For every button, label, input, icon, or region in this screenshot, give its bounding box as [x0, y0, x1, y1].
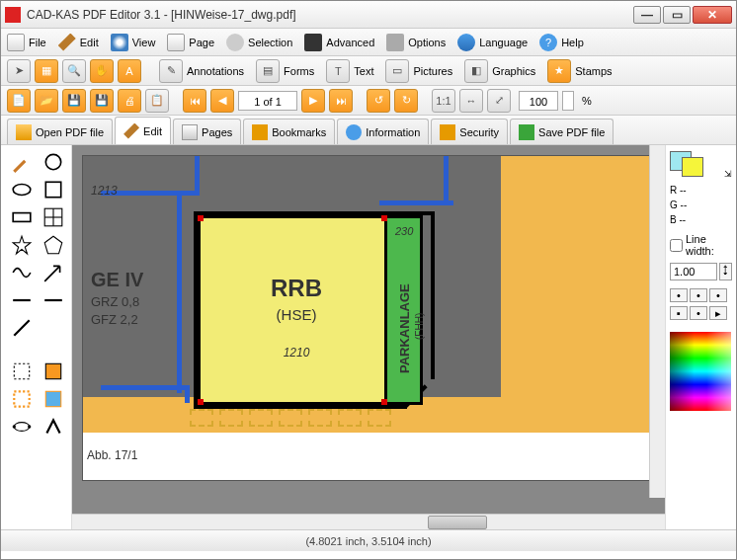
caret-tool[interactable] [42, 416, 64, 438]
color-swatches[interactable]: ⇲ [670, 151, 732, 177]
selection-handle-bl[interactable] [198, 399, 204, 405]
grid-tool[interactable] [42, 206, 64, 228]
linewidth-stepper[interactable]: ⭥ [719, 263, 732, 280]
prev-page-button[interactable]: ◀ [210, 89, 234, 113]
menu-options[interactable]: Options [386, 34, 446, 51]
menu-view[interactable]: View [111, 34, 156, 51]
cap-style-3[interactable]: • [709, 288, 727, 302]
square-tool[interactable] [42, 179, 64, 200]
dashed-boxes [190, 409, 391, 427]
menu-page[interactable]: Page [167, 34, 214, 51]
cap-style-1[interactable]: • [670, 288, 688, 302]
swatch-background[interactable] [682, 157, 703, 177]
linewidth-input[interactable] [670, 263, 717, 280]
close-button[interactable]: ✕ [693, 6, 732, 24]
menu-advanced[interactable]: Advanced [304, 34, 374, 51]
rotate-left-button[interactable]: ↺ [367, 89, 390, 113]
fit-width-button[interactable]: ↔ [459, 89, 483, 113]
text-tool-button[interactable]: A [118, 59, 141, 83]
tab-edit[interactable]: Edit [115, 117, 171, 144]
stamps-tool[interactable]: ★Stamps [543, 59, 615, 83]
forms-tool[interactable]: ▤Forms [252, 59, 318, 83]
document-canvas[interactable]: 1213 GE IV GRZ 0,8 GFZ 2,2 RRB (HSE) 121… [82, 155, 655, 481]
selection-handle-tr[interactable] [381, 215, 387, 221]
graphics-tool[interactable]: ◧Graphics [460, 59, 539, 83]
menu-language[interactable]: Language [457, 34, 528, 51]
text-mode-tool[interactable]: TText [322, 59, 377, 83]
hline2-tool[interactable] [42, 289, 64, 311]
black-frame-right [431, 211, 435, 379]
zoom-tool-button[interactable]: 🔍 [62, 59, 86, 83]
ellipse-tool[interactable] [11, 179, 33, 200]
maximize-button[interactable]: ▭ [663, 6, 691, 24]
first-page-button[interactable]: ⏮ [183, 89, 206, 113]
join-style-2[interactable]: • [690, 306, 707, 320]
select-rect-tool[interactable] [11, 360, 33, 382]
tab-save-pdf[interactable]: Save PDF file [510, 119, 614, 144]
hand-tool-button[interactable]: ✋ [90, 59, 114, 83]
line-tool[interactable] [11, 317, 33, 339]
label-park: PARKANLAGE [397, 283, 412, 373]
selection-icon [226, 34, 244, 51]
annotations-icon: ✎ [159, 59, 183, 83]
open-button[interactable]: 📂 [35, 89, 58, 113]
brush-tool[interactable] [11, 151, 33, 173]
polygon-tool[interactable] [42, 234, 64, 256]
scrollbar-thumb[interactable] [428, 516, 487, 529]
tab-security[interactable]: Security [431, 119, 508, 144]
fill2-tool[interactable] [42, 388, 64, 410]
pictures-tool[interactable]: ▭Pictures [381, 59, 456, 83]
selection-handle-tl[interactable] [198, 215, 204, 221]
svg-rect-14 [14, 391, 29, 406]
color-picker[interactable] [670, 332, 731, 411]
join-style-1[interactable]: ▪ [670, 306, 688, 320]
zoom-spinner[interactable] [562, 91, 574, 111]
zoom-input[interactable]: 100 [519, 91, 558, 111]
swap-colors-icon[interactable]: ⇲ [724, 169, 732, 179]
horizontal-scrollbar[interactable] [72, 514, 665, 529]
new-button[interactable]: 📄 [7, 89, 31, 113]
actual-size-button[interactable]: 1:1 [432, 89, 455, 113]
circle-tool[interactable] [42, 151, 64, 173]
r-value: R -- [670, 185, 732, 196]
fit-page-button[interactable]: ⤢ [487, 89, 511, 113]
menu-edit[interactable]: Edit [58, 34, 99, 51]
arrow-tool-button[interactable]: ➤ [7, 59, 31, 83]
tab-pages[interactable]: Pages [173, 119, 241, 144]
rotate-right-button[interactable]: ↻ [394, 89, 418, 113]
arrow-shape-tool[interactable] [42, 262, 64, 283]
cap-style-2[interactable]: • [690, 288, 707, 302]
saveas-button[interactable]: 💾 [90, 89, 114, 113]
last-page-button[interactable]: ⏭ [329, 89, 353, 113]
select-color-tool[interactable] [11, 388, 33, 410]
menu-help[interactable]: ?Help [539, 34, 584, 51]
print-button[interactable]: 🖨 [118, 89, 141, 113]
canvas-area[interactable]: 1213 GE IV GRZ 0,8 GFZ 2,2 RRB (HSE) 121… [72, 145, 665, 514]
tab-bookmarks[interactable]: Bookmarks [243, 119, 335, 144]
fill-tool[interactable] [42, 360, 64, 382]
tool-palette [1, 145, 72, 529]
selection-handle-br[interactable] [381, 399, 387, 405]
menu-file[interactable]: File [7, 34, 46, 51]
minimize-button[interactable]: — [633, 6, 661, 24]
vertical-scrollbar[interactable] [649, 145, 665, 498]
annotations-tool[interactable]: ✎Annotations [155, 59, 248, 83]
star-tool[interactable] [11, 234, 33, 256]
path-tool[interactable] [11, 416, 33, 438]
svg-point-18 [28, 425, 31, 428]
next-page-button[interactable]: ▶ [301, 89, 325, 113]
rect-tool[interactable] [11, 206, 33, 228]
page-indicator[interactable]: 1 of 1 [238, 91, 297, 111]
linewidth-checkbox[interactable] [670, 239, 683, 252]
marquee-tool-button[interactable]: ▦ [35, 59, 58, 83]
tab-information[interactable]: Information [337, 119, 429, 144]
label-230: 230 [395, 225, 413, 237]
menu-selection[interactable]: Selection [226, 34, 292, 51]
save-button[interactable]: 💾 [62, 89, 86, 113]
wave-tool[interactable] [11, 262, 33, 283]
clipboard-button[interactable]: 📋 [145, 89, 169, 113]
hline-tool[interactable] [11, 289, 33, 311]
tab-open-pdf[interactable]: Open PDF file [7, 119, 113, 144]
join-style-3[interactable]: ▸ [709, 306, 727, 320]
svg-point-17 [13, 425, 16, 428]
